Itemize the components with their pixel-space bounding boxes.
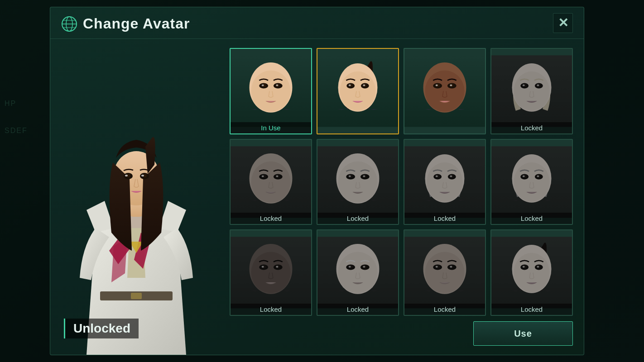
svg-point-53	[251, 162, 290, 203]
avatar-face-2	[404, 49, 485, 133]
svg-point-32	[363, 84, 365, 86]
use-button[interactable]: Use	[473, 321, 573, 346]
avatar-cell-4[interactable]: Locked	[230, 139, 312, 225]
globe-icon	[61, 16, 77, 32]
avatar-area: In Use	[222, 39, 584, 355]
avatar-label-11: Locked	[491, 304, 572, 315]
avatar-cell-3[interactable]: Locked	[490, 48, 573, 134]
avatar-label-8: Locked	[231, 304, 311, 315]
character-figure	[59, 74, 213, 355]
close-button[interactable]: ✕	[553, 13, 573, 33]
svg-point-121	[523, 266, 525, 268]
change-avatar-modal: Change Avatar ✕	[50, 7, 584, 355]
svg-point-35	[425, 71, 464, 112]
svg-point-59	[276, 175, 278, 177]
svg-point-17	[251, 71, 290, 112]
svg-point-77	[450, 175, 452, 177]
svg-point-107	[425, 252, 464, 293]
svg-point-122	[537, 266, 539, 268]
svg-point-94	[262, 266, 264, 268]
avatar-face-0	[231, 49, 311, 133]
svg-point-112	[436, 266, 438, 268]
svg-point-23	[276, 84, 278, 86]
svg-point-71	[427, 162, 462, 201]
svg-point-62	[338, 162, 377, 203]
avatar-cell-5[interactable]: Locked	[317, 139, 399, 225]
svg-point-11	[125, 175, 128, 176]
avatar-face-1	[317, 49, 398, 133]
svg-point-113	[450, 266, 452, 268]
svg-point-44	[514, 71, 549, 111]
avatar-cell-9[interactable]: Locked	[317, 229, 399, 316]
avatar-face-5	[317, 140, 398, 224]
avatar-label-6: Locked	[404, 213, 485, 224]
avatar-label-4: Locked	[231, 213, 311, 224]
unlocked-badge: Unlocked	[64, 319, 139, 338]
avatar-label-3: Locked	[491, 122, 572, 133]
svg-point-103	[349, 266, 351, 268]
avatar-cell-10[interactable]: Locked	[404, 229, 486, 316]
avatar-cell-0[interactable]: In Use	[230, 48, 312, 134]
svg-point-86	[537, 175, 539, 177]
svg-point-12	[141, 175, 144, 176]
svg-point-67	[349, 175, 351, 177]
svg-point-116	[514, 253, 549, 292]
avatar-face-6	[404, 140, 485, 224]
svg-point-49	[523, 84, 525, 86]
avatar-cell-7[interactable]: Locked	[490, 139, 573, 225]
svg-point-98	[338, 252, 377, 293]
avatar-face-7	[491, 140, 572, 224]
svg-point-31	[349, 84, 351, 86]
svg-point-68	[363, 175, 365, 177]
svg-point-58	[262, 175, 264, 177]
svg-point-26	[340, 71, 375, 111]
avatar-cell-11[interactable]: Locked	[490, 229, 573, 316]
avatar-face-4	[231, 140, 311, 224]
svg-point-22	[262, 84, 264, 86]
svg-point-80	[514, 162, 549, 201]
svg-point-85	[523, 175, 525, 177]
avatar-face-11	[491, 230, 572, 315]
avatar-face-10	[404, 230, 485, 315]
avatar-label-0: In Use	[231, 122, 311, 133]
svg-point-41	[450, 84, 452, 86]
svg-point-50	[537, 84, 539, 86]
modal-header: Change Avatar ✕	[50, 7, 584, 39]
avatar-label-7: Locked	[491, 213, 572, 224]
avatar-face-9	[317, 230, 398, 315]
use-button-row: Use	[230, 316, 573, 346]
svg-point-76	[436, 175, 438, 177]
svg-point-95	[276, 266, 278, 268]
avatar-cell-8[interactable]: Locked	[230, 229, 312, 316]
svg-rect-14	[131, 293, 142, 299]
avatar-label-5: Locked	[317, 213, 398, 224]
avatar-face-8	[231, 230, 311, 315]
modal-title: Change Avatar	[83, 15, 190, 32]
avatar-label-9: Locked	[317, 304, 398, 315]
avatar-face-3	[491, 49, 572, 133]
svg-point-40	[436, 84, 438, 86]
avatar-grid: In Use	[230, 48, 573, 316]
avatar-cell-6[interactable]: Locked	[404, 139, 486, 225]
svg-point-104	[363, 266, 365, 268]
modal-body: Unlocked	[50, 39, 584, 355]
character-preview: Unlocked	[50, 39, 222, 355]
avatar-cell-2[interactable]	[404, 48, 486, 134]
avatar-label-10: Locked	[404, 304, 485, 315]
avatar-cell-1[interactable]	[317, 48, 399, 134]
svg-point-89	[251, 252, 290, 293]
